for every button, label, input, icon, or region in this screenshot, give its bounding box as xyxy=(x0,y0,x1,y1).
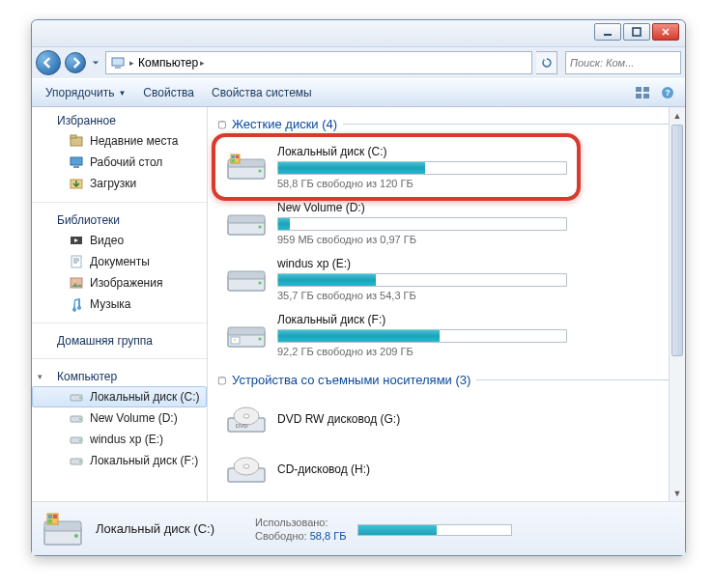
minimize-button[interactable] xyxy=(594,23,621,41)
properties-button[interactable]: Свойства xyxy=(135,83,202,102)
search-box[interactable]: Поиск: Ком... xyxy=(565,51,681,74)
svg-rect-11 xyxy=(71,135,76,138)
sidebar-item-label: Музыка xyxy=(90,297,130,311)
sidebar-item-label: Недавние места xyxy=(90,134,178,148)
sidebar-item-label: Видео xyxy=(90,234,124,247)
hdd-icon xyxy=(225,148,268,186)
music-icon xyxy=(69,296,84,312)
sidebar-computer-header[interactable]: ▾ Компьютер xyxy=(32,367,207,386)
details-capacity-fill xyxy=(358,525,437,535)
scroll-up-arrow[interactable]: ▲ xyxy=(670,107,685,124)
hdd-icon xyxy=(42,508,84,550)
group-header-removable[interactable]: ▢ Устройства со съемными носителями (3) xyxy=(217,373,679,387)
sidebar-divider xyxy=(32,358,207,359)
help-button[interactable]: ? xyxy=(656,82,679,103)
svg-rect-1 xyxy=(633,28,641,36)
drive-name-label: Локальный диск (C:) xyxy=(277,145,567,158)
sidebar-libraries-header[interactable]: Библиотеки xyxy=(32,210,207,230)
address-bar[interactable]: ▸ Компьютер▸ xyxy=(105,51,532,74)
sidebar-item-label: New Volume (D:) xyxy=(90,411,178,425)
group-hdd-label: Жесткие диски (4) xyxy=(232,117,337,131)
sidebar-drive-d[interactable]: New Volume (D:) xyxy=(32,407,207,429)
svg-point-47 xyxy=(258,281,261,284)
history-dropdown[interactable] xyxy=(90,52,101,73)
sidebar-drive-f[interactable]: Локальный диск (F:) xyxy=(32,450,207,471)
downloads-icon xyxy=(69,176,84,191)
capacity-fill xyxy=(278,162,425,174)
svg-rect-12 xyxy=(71,157,82,165)
svg-point-52 xyxy=(234,339,236,341)
sidebar-desktop[interactable]: Рабочий стол xyxy=(32,152,207,173)
breadcrumb-label: Компьютер xyxy=(138,56,198,70)
svg-rect-3 xyxy=(115,67,121,69)
scrollbar-thumb[interactable] xyxy=(671,125,683,356)
drive-item-d[interactable]: New Volume (D:) 959 МБ свободно из 0,97 … xyxy=(217,195,575,251)
details-drive-name: Локальный диск (C:) xyxy=(96,521,214,536)
svg-rect-19 xyxy=(71,256,81,267)
details-free-value: 58,8 ГБ xyxy=(310,530,347,542)
hdd-icon xyxy=(225,316,268,354)
properties-label: Свойства xyxy=(143,86,194,99)
svg-text:?: ? xyxy=(665,88,670,98)
breadcrumb-computer[interactable]: Компьютер▸ xyxy=(138,56,205,70)
sidebar-homegroup-header[interactable]: Домашняя группа xyxy=(32,331,207,350)
details-free-label: Свободно: xyxy=(255,530,307,542)
sidebar-item-label: windus xp (E:) xyxy=(90,433,163,446)
drive-name-label: CD-дисковод (H:) xyxy=(277,462,671,476)
sidebar-music[interactable]: Музыка xyxy=(32,294,207,315)
chevron-down-icon: ▼ xyxy=(118,89,126,98)
svg-point-55 xyxy=(243,414,249,418)
svg-point-44 xyxy=(258,225,261,228)
sidebar-favorites-header[interactable]: Избранное xyxy=(32,111,207,130)
sidebar-item-label: Документы xyxy=(90,255,150,268)
search-placeholder: Поиск: Ком... xyxy=(570,57,634,69)
drive-name-label: DVD RW дисковод (G:) xyxy=(277,412,671,426)
svg-rect-4 xyxy=(636,87,642,92)
sidebar-libraries-label: Библиотеки xyxy=(57,213,120,227)
sidebar-documents[interactable]: Документы xyxy=(32,251,207,272)
capacity-bar xyxy=(277,273,567,287)
system-properties-button[interactable]: Свойства системы xyxy=(204,83,320,102)
close-button[interactable] xyxy=(652,23,679,41)
drive-free-label: 58,8 ГБ свободно из 120 ГБ xyxy=(277,178,567,189)
dvd-icon: DVD xyxy=(225,401,268,439)
organize-menu[interactable]: Упорядочить▼ xyxy=(38,83,133,102)
optical-drive-h[interactable]: CD-дисковод (H:) xyxy=(217,445,679,495)
capacity-bar xyxy=(277,217,567,231)
sidebar-videos[interactable]: Видео xyxy=(32,230,207,251)
sidebar-drive-c[interactable]: Локальный диск (C:) xyxy=(32,386,207,407)
sidebar-divider xyxy=(32,202,207,203)
svg-rect-43 xyxy=(228,215,265,223)
maximize-button[interactable] xyxy=(623,23,650,41)
sidebar-pictures[interactable]: Изображения xyxy=(32,272,207,294)
drive-free-label: 92,2 ГБ свободно из 209 ГБ xyxy=(277,346,567,357)
svg-point-31 xyxy=(79,439,81,441)
vertical-scrollbar[interactable]: ▲ ▼ xyxy=(669,107,685,501)
group-removable-label: Устройства со съемными носителями (3) xyxy=(232,373,471,387)
sidebar-item-label: Локальный диск (F:) xyxy=(90,454,198,467)
forward-button[interactable] xyxy=(65,52,86,73)
svg-point-36 xyxy=(258,169,261,172)
sidebar-downloads[interactable]: Загрузки xyxy=(32,173,207,194)
optical-drive-g[interactable]: DVD DVD RW дисковод (G:) xyxy=(217,395,679,445)
refresh-button[interactable] xyxy=(536,51,557,74)
sidebar-recent-places[interactable]: Недавние места xyxy=(32,130,207,152)
drive-item-e[interactable]: windus xp (E:) 35,7 ГБ свободно из 54,3 … xyxy=(217,251,575,307)
drive-item-c[interactable]: Локальный диск (C:) 58,8 ГБ свободно из … xyxy=(217,139,575,195)
scroll-down-arrow[interactable]: ▼ xyxy=(670,485,685,501)
back-button[interactable] xyxy=(36,50,61,75)
svg-rect-6 xyxy=(636,94,642,98)
group-header-hdd[interactable]: ▢ Жесткие диски (4) xyxy=(217,117,679,131)
svg-point-50 xyxy=(258,337,261,340)
cd-icon xyxy=(225,451,268,490)
video-icon xyxy=(69,233,84,248)
sidebar-drive-e[interactable]: windus xp (E:) xyxy=(32,429,207,450)
svg-point-29 xyxy=(79,418,81,420)
svg-rect-49 xyxy=(228,327,265,335)
hdd-icon xyxy=(225,260,268,298)
svg-rect-66 xyxy=(48,519,52,523)
details-used-label: Использовано: xyxy=(255,517,328,528)
svg-point-33 xyxy=(79,461,81,462)
drive-item-f[interactable]: Локальный диск (F:) 92,2 ГБ свободно из … xyxy=(217,307,575,363)
view-options-button[interactable] xyxy=(631,82,654,103)
